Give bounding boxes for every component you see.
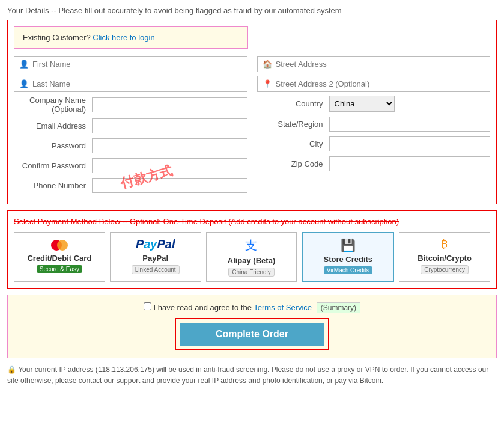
email-input[interactable] — [92, 118, 247, 133]
zip-row: Zip Code — [257, 156, 491, 171]
street-address2-input[interactable] — [276, 79, 485, 88]
form-layout: 👤 👤 Company Name (Optional) Email Addres… — [14, 56, 490, 198]
existing-customer-box: Existing Customer? Click here to login — [14, 26, 248, 49]
zip-label: Zip Code — [257, 159, 329, 168]
page-title: Your Details -- Please fill out accurate… — [7, 6, 497, 15]
store-credits-badge: VirMach Credits — [324, 266, 372, 274]
alipay-label: Alipay (Beta) — [213, 256, 291, 265]
last-name-field-wrapper: 👤 — [14, 76, 247, 92]
existing-customer-text: Existing Customer? — [23, 33, 91, 42]
alipay-icon: 支 — [213, 237, 291, 254]
summary-badge[interactable]: (Summary) — [317, 302, 360, 313]
tos-label: I have read and agree to the — [154, 303, 252, 312]
state-row: State/Region — [257, 117, 491, 132]
login-link[interactable]: Click here to login — [93, 33, 154, 42]
confirm-password-row: Confirm Password — [14, 158, 247, 173]
state-label: State/Region — [257, 120, 329, 129]
city-label: City — [257, 139, 329, 148]
zip-input[interactable] — [329, 156, 491, 171]
bitcoin-badge: Cryptocurrency — [421, 265, 469, 274]
password-label: Password — [14, 141, 92, 150]
country-row: Country China United States Other — [257, 96, 491, 112]
payment-method-alipay[interactable]: 支 Alipay (Beta) China Friendly — [206, 232, 297, 282]
email-label: Email Address — [14, 121, 92, 130]
location-icon: 📍 — [263, 79, 272, 88]
payment-method-store-credits[interactable]: 💾 Store Credits VirMach Credits — [302, 232, 394, 282]
payment-method-paypal[interactable]: PayPal PayPal Linked Account — [110, 232, 201, 282]
complete-order-button[interactable]: Complete Order — [180, 323, 324, 346]
phone-label: Phone Number — [14, 181, 92, 190]
last-name-input[interactable] — [32, 79, 242, 88]
tos-row: I have read and agree to the Terms of Se… — [15, 302, 489, 312]
email-row: Email Address — [14, 118, 247, 133]
details-section: Existing Customer? Click here to login 付… — [7, 20, 497, 204]
paypal-icon: PayPal — [117, 237, 195, 251]
user-icon: 👤 — [19, 60, 29, 69]
payment-method-credit-card[interactable]: Credit/Debit Card Secure & Easy — [14, 232, 105, 282]
first-name-input[interactable] — [32, 60, 242, 69]
credit-card-label: Credit/Debit Card — [20, 254, 99, 263]
payment-methods: Credit/Debit Card Secure & Easy PayPal P… — [14, 232, 490, 282]
confirm-password-input[interactable] — [92, 158, 247, 173]
first-name-field-wrapper: 👤 — [14, 56, 247, 72]
store-credits-label: Store Credits — [309, 255, 387, 264]
password-input[interactable] — [92, 138, 247, 153]
credit-card-icon — [20, 237, 99, 251]
company-name-label: Company Name (Optional) — [14, 96, 92, 114]
ip-prefix: Your current IP address ( — [18, 365, 98, 374]
building-icon: 🏠 — [263, 60, 272, 69]
tos-checkbox[interactable] — [144, 302, 151, 310]
ip-notice: 🔒 Your current IP address (118.113.206.1… — [7, 364, 497, 386]
tos-section: I have read and agree to the Terms of Se… — [7, 295, 497, 358]
bitcoin-label: Bitcoin/Crypto — [405, 254, 484, 263]
paypal-label: PayPal — [117, 254, 195, 263]
city-row: City — [257, 136, 491, 151]
company-name-row: Company Name (Optional) — [14, 96, 247, 114]
alipay-badge: China Friendly — [228, 268, 274, 277]
street-address-wrapper: 🏠 — [257, 56, 491, 72]
payment-section: Select Payment Method Below -- Optional:… — [7, 210, 497, 289]
country-label: Country — [257, 99, 329, 108]
street-address2-wrapper: 📍 — [257, 76, 491, 92]
country-select[interactable]: China United States Other — [329, 96, 395, 112]
store-credits-icon: 💾 — [309, 238, 387, 252]
payment-method-bitcoin[interactable]: ₿ Bitcoin/Crypto Cryptocurrency — [399, 232, 490, 282]
credit-card-badge: Secure & Easy — [37, 265, 82, 273]
paypal-badge: Linked Account — [132, 265, 180, 274]
form-left: 👤 👤 Company Name (Optional) Email Addres… — [14, 56, 247, 198]
ip-address: 118.113.206.175 — [98, 365, 152, 374]
bitcoin-icon: ₿ — [405, 237, 484, 251]
form-right: 🏠 📍 Country China United States Other — [257, 56, 491, 198]
phone-row: Phone Number — [14, 178, 247, 193]
company-name-input[interactable] — [92, 97, 247, 112]
complete-order-wrapper: Complete Order — [175, 318, 329, 350]
city-input[interactable] — [329, 136, 491, 151]
user-icon-2: 👤 — [19, 79, 29, 88]
lock-icon: 🔒 — [7, 365, 16, 374]
phone-input[interactable] — [92, 178, 247, 193]
street-address-input[interactable] — [276, 60, 485, 69]
payment-section-title: Select Payment Method Below -- Optional:… — [14, 217, 490, 226]
confirm-password-label: Confirm Password — [14, 161, 92, 170]
tos-link[interactable]: Terms of Service — [254, 303, 312, 312]
state-input[interactable] — [329, 117, 491, 132]
password-row: Password — [14, 138, 247, 153]
